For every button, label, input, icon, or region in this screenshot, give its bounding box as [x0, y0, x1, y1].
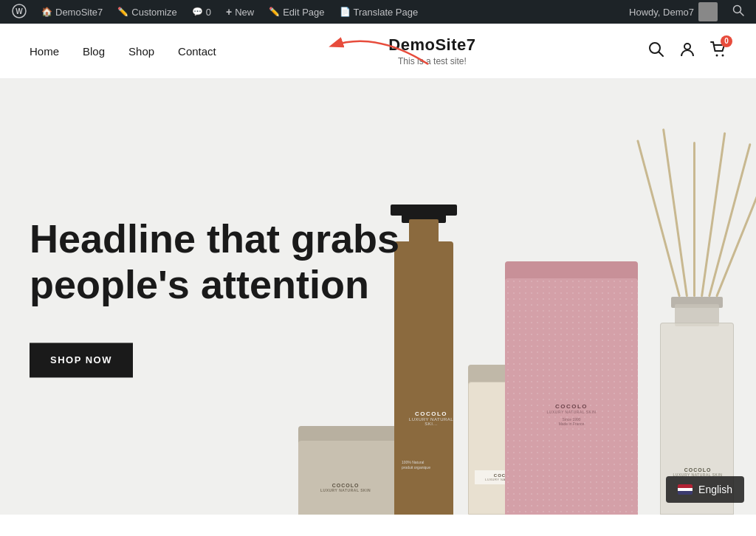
- pump-sub: LUXURY NATURAL SKI...: [406, 417, 456, 426]
- svg-text:W: W: [16, 7, 23, 16]
- reed-stick-1: [636, 140, 681, 297]
- language-label: English: [698, 484, 732, 495]
- customize-icon: ✏️: [117, 7, 128, 17]
- site-nav: Home Blog Shop Contact: [30, 45, 216, 58]
- admin-bar-right: Howdy, Demo7: [623, 2, 750, 21]
- svg-point-7: [715, 54, 718, 56]
- wp-logo-item[interactable]: W: [6, 0, 32, 24]
- site-name-label: DemoSite7: [55, 7, 103, 18]
- new-item[interactable]: + New: [220, 0, 260, 24]
- nav-blog[interactable]: Blog: [83, 45, 105, 58]
- site-tagline: This is a test site!: [388, 56, 475, 66]
- language-switcher[interactable]: English: [666, 476, 744, 503]
- comments-item[interactable]: 💬 0: [186, 0, 217, 24]
- shop-now-button[interactable]: SHOP NOW: [30, 343, 133, 378]
- nav-contact[interactable]: Contact: [178, 45, 216, 58]
- howdy-item[interactable]: Howdy, Demo7: [623, 2, 724, 21]
- svg-line-3: [740, 13, 744, 16]
- avatar: [698, 2, 718, 21]
- cream-jar-sub: LUXURY NATURAL SKIN: [320, 488, 371, 492]
- edit-page-item[interactable]: ✏️ Edit Page: [263, 0, 330, 24]
- diffuser-brand: COCOLO: [668, 467, 727, 473]
- pump-brand: COCOLO: [406, 410, 456, 417]
- howdy-text: Howdy, Demo7: [629, 7, 694, 18]
- site-name-icon: 🏠: [41, 7, 52, 17]
- reed-stick-3: [693, 142, 695, 297]
- pump-detail2: produit organique: [402, 465, 446, 470]
- reed-stick-2: [662, 128, 688, 297]
- edit-page-icon: ✏️: [269, 7, 280, 17]
- hero-headline: Headline that grabs people's attention: [30, 216, 428, 307]
- pink-tin: COCOLO LUXURY NATURAL SKIN Since 1990 Ma…: [505, 264, 638, 515]
- svg-line-5: [659, 52, 663, 56]
- account-icon[interactable]: [679, 41, 695, 61]
- site-title: DemoSite7: [388, 35, 475, 55]
- pump-detail1: 100% Natural: [402, 460, 446, 465]
- reed-stick-4: [701, 132, 726, 297]
- new-label: New: [235, 7, 254, 18]
- translate-page-item[interactable]: 📄 Translate Page: [334, 0, 425, 24]
- pink-tin-made: Made in France: [520, 422, 623, 426]
- translate-page-label: Translate Page: [354, 7, 419, 18]
- admin-search-icon[interactable]: [726, 4, 750, 19]
- site-title-block: DemoSite7 This is a test site!: [388, 35, 475, 66]
- cream-jar-label: COCOLO LUXURY NATURAL SKIN: [320, 483, 371, 492]
- pink-tin-body: COCOLO LUXURY NATURAL SKIN Since 1990 Ma…: [505, 278, 638, 515]
- site-header: Home Blog Shop Contact DemoSite7 This is…: [0, 24, 756, 79]
- cream-jar-brand: COCOLO: [320, 483, 371, 488]
- cart-icon[interactable]: 0: [710, 41, 726, 61]
- cart-badge: 0: [721, 35, 732, 47]
- plus-icon: +: [226, 6, 232, 18]
- pink-tin-label: COCOLO LUXURY NATURAL SKIN Since 1990 Ma…: [520, 403, 623, 426]
- hero-text: Headline that grabs people's attention S…: [30, 216, 428, 377]
- flag-icon: [678, 484, 693, 495]
- customize-item[interactable]: ✏️ Customize: [111, 0, 182, 24]
- site-header-icons: 0: [648, 41, 726, 61]
- pump-label: COCOLO LUXURY NATURAL SKI...: [406, 410, 456, 426]
- nav-home[interactable]: Home: [30, 45, 59, 58]
- search-icon[interactable]: [648, 41, 664, 61]
- comments-count: 0: [206, 7, 211, 18]
- hero-section: Headline that grabs people's attention S…: [0, 79, 756, 515]
- translate-icon: 📄: [340, 7, 351, 17]
- customize-label: Customize: [131, 7, 176, 18]
- svg-point-8: [721, 54, 724, 56]
- wp-logo-icon: W: [12, 4, 27, 21]
- site-name-item[interactable]: 🏠 DemoSite7: [35, 0, 109, 24]
- reed-stick-5: [708, 143, 752, 297]
- comments-icon: 💬: [192, 7, 203, 17]
- admin-bar: W 🏠 DemoSite7 ✏️ Customize 💬 0 + New ✏️ …: [0, 0, 756, 24]
- pink-tin-brand: COCOLO: [520, 403, 623, 410]
- pink-tin-sub: LUXURY NATURAL SKIN: [520, 410, 623, 414]
- reed-diffuser: COCOLO LUXURY NATURAL SKIN: [638, 131, 756, 515]
- edit-page-label: Edit Page: [283, 7, 324, 18]
- nav-shop[interactable]: Shop: [128, 45, 154, 58]
- svg-point-6: [684, 44, 690, 49]
